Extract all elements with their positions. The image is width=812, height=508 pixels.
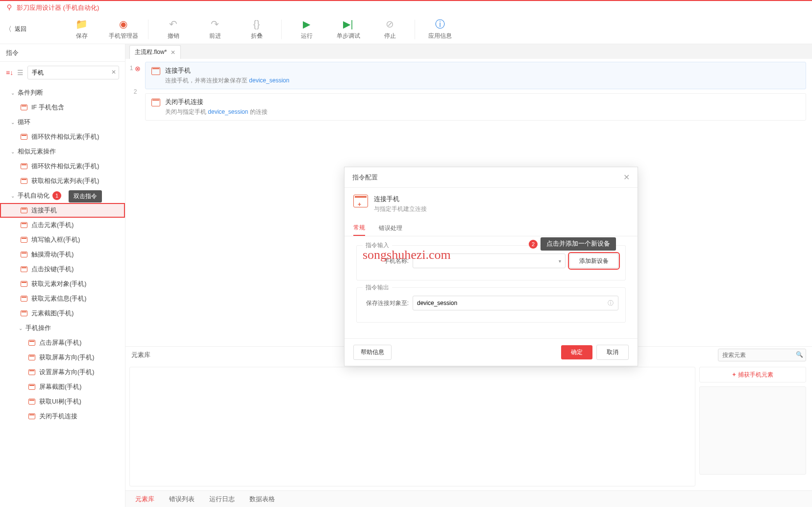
connect-phone-icon bbox=[353, 195, 368, 207]
command-icon bbox=[28, 384, 35, 390]
tree-item[interactable]: 循环软件相似元素(手机) bbox=[0, 129, 125, 144]
tree-item[interactable]: 触摸滑动(手机) bbox=[0, 247, 125, 262]
command-icon bbox=[21, 237, 27, 243]
help-button[interactable]: 帮助信息 bbox=[353, 345, 392, 360]
flow-step[interactable]: 连接手机 连接手机，并将连接对象保存至 device_session bbox=[145, 62, 806, 89]
tree-item[interactable]: 获取元素信息(手机) bbox=[0, 291, 125, 306]
tree-group-循环[interactable]: ⌄循环 bbox=[0, 115, 125, 129]
tree-item-label: 屏幕截图(手机) bbox=[39, 383, 81, 391]
toolbar-icon: ⊘ bbox=[386, 18, 394, 30]
command-icon bbox=[21, 296, 27, 302]
capture-label: 捕获手机元素 bbox=[738, 371, 773, 379]
toolbar-label: 应用信息 bbox=[428, 32, 452, 40]
toolbar-折叠[interactable]: {}折叠 bbox=[236, 18, 277, 40]
phone-name-dropdown[interactable]: ▾ bbox=[413, 254, 566, 268]
back-button[interactable]: 〈 返回 bbox=[5, 25, 26, 34]
tree-item[interactable]: 获取屏幕方向(手机) bbox=[0, 350, 125, 365]
callout-tip-1: 双击指令 bbox=[69, 190, 102, 203]
chevron-down-icon: ⌄ bbox=[11, 149, 15, 154]
bottom-tab-运行日志[interactable]: 运行日志 bbox=[209, 495, 235, 504]
toolbar-label: 保存 bbox=[76, 32, 88, 40]
tree-item[interactable]: 获取相似元素列表(手机) bbox=[0, 174, 125, 188]
toolbar-label: 单步调试 bbox=[337, 32, 360, 40]
dialog-tab-常规[interactable]: 常规 bbox=[353, 220, 365, 236]
clear-search-icon[interactable]: ✕ bbox=[111, 69, 116, 76]
tree-item[interactable]: IF 手机包含 bbox=[0, 100, 125, 115]
tab-close-icon[interactable]: ✕ bbox=[171, 49, 175, 56]
bottom-tab-数据表格[interactable]: 数据表格 bbox=[249, 495, 275, 504]
tree-item[interactable]: 循环软件相似元素(手机) bbox=[0, 159, 125, 174]
toolbar-停止[interactable]: ⊘停止 bbox=[369, 18, 411, 40]
capture-element-button[interactable]: + 捕获手机元素 bbox=[699, 367, 806, 382]
command-icon bbox=[28, 399, 35, 405]
tree-group-条件判断[interactable]: ⌄条件判断 bbox=[0, 85, 125, 100]
command-search-input[interactable] bbox=[27, 66, 119, 79]
command-config-dialog: 指令配置 ✕ 连接手机 与指定手机建立连接 常规错误处理 指令输入 手机名称: … bbox=[344, 167, 638, 366]
tree-item-label: 循环软件相似元素(手机) bbox=[31, 162, 99, 171]
cancel-button[interactable]: 取消 bbox=[596, 345, 629, 360]
sidebar-header: 指令 bbox=[0, 44, 125, 62]
toolbar-label: 折叠 bbox=[251, 32, 263, 40]
toolbar-应用信息[interactable]: ⓘ应用信息 bbox=[419, 18, 461, 40]
tree-item[interactable]: 关闭手机连接 bbox=[0, 409, 125, 424]
chevron-down-icon: ⌄ bbox=[19, 326, 23, 331]
bottom-tab-错误列表[interactable]: 错误列表 bbox=[169, 495, 195, 504]
input-legend: 指令输入 bbox=[363, 241, 392, 250]
toolbar-icon: ▶| bbox=[343, 18, 353, 30]
bottom-tab-元素库[interactable]: 元素库 bbox=[135, 495, 154, 504]
add-device-button[interactable]: 添加新设备 bbox=[569, 254, 618, 268]
tree-item-label: 点击屏幕(手机) bbox=[39, 339, 81, 347]
flow-step[interactable]: 关闭手机连接 关闭与指定手机 device_session 的连接 bbox=[145, 93, 806, 121]
svg-point-0 bbox=[8, 5, 11, 8]
dialog-close-icon[interactable]: ✕ bbox=[623, 173, 630, 182]
tree-item-label: 循环软件相似元素(手机) bbox=[31, 133, 99, 141]
ok-button[interactable]: 确定 bbox=[561, 345, 592, 359]
gutter-row: 1⊗ bbox=[125, 62, 145, 85]
command-icon bbox=[28, 369, 35, 375]
tree-item[interactable]: 获取元素对象(手机) bbox=[0, 277, 125, 291]
tree-group-手机操作[interactable]: ⌄手机操作 bbox=[0, 321, 125, 335]
tree-group-相似元素操作[interactable]: ⌄相似元素操作 bbox=[0, 144, 125, 159]
tree-item[interactable]: 设置屏幕方向(手机) bbox=[0, 365, 125, 380]
editor-tab[interactable]: 主流程.flow* ✕ bbox=[129, 45, 181, 59]
tree-item[interactable]: 点击按键(手机) bbox=[0, 262, 125, 277]
toolbar-前进[interactable]: ↷前进 bbox=[194, 18, 236, 40]
command-icon bbox=[28, 413, 35, 419]
tree-item[interactable]: 连接手机 bbox=[0, 203, 125, 218]
step-title: 连接手机 bbox=[165, 66, 289, 75]
tree-group-手机自动化[interactable]: ⌄手机自动化1双击指令 bbox=[0, 188, 125, 203]
tree-item-label: 关闭手机连接 bbox=[39, 412, 77, 421]
toolbar-label: 手机管理器 bbox=[109, 32, 138, 40]
tree-item[interactable]: 获取UI树(手机) bbox=[0, 394, 125, 409]
save-to-input[interactable] bbox=[413, 296, 618, 310]
chevron-down-icon: ⌄ bbox=[11, 90, 15, 96]
tree-item[interactable]: 填写输入框(手机) bbox=[0, 232, 125, 247]
dialog-tab-错误处理[interactable]: 错误处理 bbox=[379, 220, 402, 236]
toolbar-保存[interactable]: 📁保存 bbox=[61, 18, 102, 40]
element-lib-title: 元素库 bbox=[131, 351, 150, 359]
toolbar-运行[interactable]: ▶运行 bbox=[286, 18, 327, 40]
toolbar-撤销[interactable]: ↶撤销 bbox=[152, 18, 194, 40]
search-icon[interactable]: 🔍 bbox=[796, 351, 803, 358]
tree-item-label: 获取元素信息(手机) bbox=[31, 295, 86, 303]
chevron-down-icon: ⌄ bbox=[11, 120, 15, 125]
tree-item[interactable]: 点击屏幕(手机) bbox=[0, 335, 125, 350]
tree-item-label: 点击元素(手机) bbox=[31, 221, 74, 229]
toolbar-手机管理器[interactable]: ◉手机管理器 bbox=[102, 18, 144, 40]
sort-icon[interactable]: ≡↓ bbox=[6, 69, 13, 76]
toolbar-icon: ↶ bbox=[169, 18, 177, 30]
toolbar-单步调试[interactable]: ▶|单步调试 bbox=[327, 18, 369, 40]
tree-item-label: 设置屏幕方向(手机) bbox=[39, 368, 94, 377]
gutter-row: 2 bbox=[125, 85, 145, 109]
tree-item[interactable]: 屏幕截图(手机) bbox=[0, 380, 125, 394]
list-icon[interactable]: ☰ bbox=[17, 69, 24, 76]
command-icon bbox=[21, 163, 27, 169]
tree-item[interactable]: 点击元素(手机) bbox=[0, 218, 125, 232]
element-search-input[interactable] bbox=[718, 349, 806, 361]
info-icon[interactable]: ⓘ bbox=[608, 299, 614, 307]
tree-item[interactable]: 元素截图(手机) bbox=[0, 306, 125, 321]
command-icon bbox=[21, 178, 27, 184]
tree-item-label: 获取屏幕方向(手机) bbox=[39, 354, 94, 362]
sidebar-title: 指令 bbox=[6, 49, 19, 57]
tree-item-label: 获取元素对象(手机) bbox=[31, 280, 86, 288]
